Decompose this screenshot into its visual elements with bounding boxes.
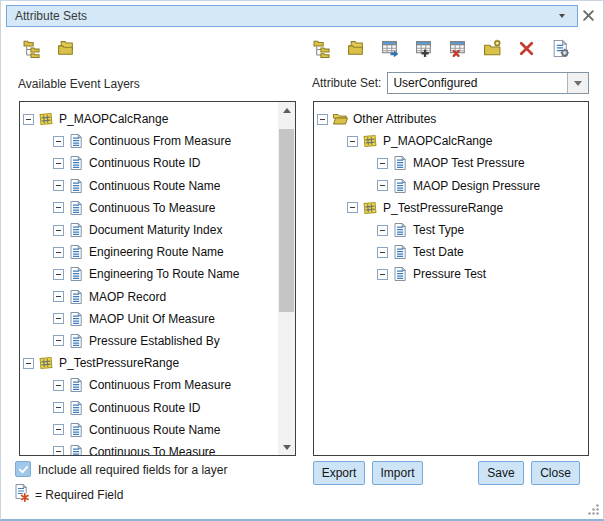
table-plus-icon — [415, 39, 434, 58]
tree-item[interactable]: Continuous Route Name — [20, 419, 278, 441]
tree-item[interactable]: MAOP Design Pressure — [314, 175, 588, 197]
tree-item[interactable]: P_TestPressureRange — [314, 197, 588, 219]
folder-gear-icon — [483, 39, 502, 58]
table-arrow-icon — [381, 39, 400, 58]
tree-item[interactable]: Test Date — [314, 241, 588, 263]
toolbar-folder-gear-button[interactable] — [482, 38, 503, 59]
field-icon — [68, 333, 84, 349]
collapse-toggle[interactable] — [53, 402, 64, 413]
tree-item[interactable]: Engineering Route Name — [20, 241, 278, 263]
tree-item[interactable]: Continuous To Measure — [20, 197, 278, 219]
toolbar-table-arrow-button[interactable] — [380, 38, 401, 59]
toolbar-red-x-button[interactable] — [516, 38, 537, 59]
attribute-sets-dialog: Attribute Sets Available Event Layers At… — [0, 0, 604, 521]
tree-item[interactable]: Pressure Test — [314, 263, 588, 285]
tree-item[interactable]: MAOP Test Pressure — [314, 152, 588, 174]
resize-grip-icon — [587, 503, 600, 516]
tree-item[interactable]: Continuous Route ID — [20, 152, 278, 174]
collapse-toggle[interactable] — [53, 247, 64, 258]
save-button[interactable]: Save — [478, 461, 524, 485]
collapse-toggle[interactable] — [377, 247, 388, 258]
tree-item[interactable]: Continuous From Measure — [20, 130, 278, 152]
collapse-toggle[interactable] — [377, 180, 388, 191]
tree-item[interactable]: Continuous From Measure — [20, 374, 278, 396]
collapse-toggle[interactable] — [53, 136, 64, 147]
toolbar-folders-open-button[interactable] — [56, 38, 77, 59]
collapse-toggle[interactable] — [377, 269, 388, 280]
available-layers-tree: P_MAOPCalcRangeContinuous From MeasureCo… — [20, 102, 278, 455]
toolbar-tree-folder-button[interactable] — [312, 38, 333, 59]
close-dialog-button[interactable]: Close — [531, 461, 580, 485]
tree-folder-icon — [23, 39, 42, 58]
resize-grip[interactable] — [587, 503, 600, 516]
attribute-set-row: Attribute Set: UserConfigured — [312, 72, 589, 94]
tree-item[interactable]: Engineering To Route Name — [20, 263, 278, 285]
tree-item[interactable]: Continuous Route ID — [20, 396, 278, 418]
collapse-toggle[interactable] — [317, 114, 328, 125]
tree-item[interactable]: Document Maturity Index — [20, 219, 278, 241]
attribute-set-value: UserConfigured — [388, 73, 567, 93]
collapse-toggle[interactable] — [377, 158, 388, 169]
tree-item[interactable]: P_MAOPCalcRange — [314, 130, 588, 152]
import-button[interactable]: Import — [372, 461, 423, 485]
collapse-toggle[interactable] — [23, 358, 34, 369]
collapse-toggle[interactable] — [53, 269, 64, 280]
toolbar-table-x-button[interactable] — [448, 38, 469, 59]
field-icon — [68, 377, 84, 393]
tree-item-label: MAOP Record — [89, 290, 166, 304]
toolbar-document-gear-button[interactable] — [550, 38, 571, 59]
include-required-label: Include all required fields for a layer — [38, 463, 227, 477]
tree-item-label: Document Maturity Index — [89, 223, 222, 237]
collapse-toggle[interactable] — [53, 225, 64, 236]
collapse-toggle[interactable] — [347, 136, 358, 147]
field-icon — [68, 155, 84, 171]
tree-item[interactable]: P_TestPressureRange — [20, 352, 278, 374]
attribute-set-tree: Other AttributesP_MAOPCalcRangeMAOP Test… — [314, 102, 588, 455]
tree-item[interactable]: Continuous Route Name — [20, 175, 278, 197]
event-layer-icon — [362, 133, 378, 149]
close-button[interactable] — [582, 9, 597, 24]
attribute-set-select[interactable]: UserConfigured — [387, 72, 589, 94]
collapse-toggle[interactable] — [377, 225, 388, 236]
titlebar-menu-button[interactable] — [555, 9, 569, 23]
scroll-down-button[interactable] — [278, 439, 295, 455]
tree-item[interactable]: MAOP Unit Of Measure — [20, 308, 278, 330]
collapse-toggle[interactable] — [53, 335, 64, 346]
field-icon — [392, 244, 408, 260]
folder-open-icon — [332, 111, 348, 127]
attribute-set-dropdown-button[interactable] — [567, 73, 588, 93]
tree-item-label: P_TestPressureRange — [383, 201, 503, 215]
scroll-up-button[interactable] — [278, 102, 295, 118]
collapse-toggle[interactable] — [53, 313, 64, 324]
collapse-toggle[interactable] — [347, 202, 358, 213]
collapse-toggle[interactable] — [53, 424, 64, 435]
toolbar-table-plus-button[interactable] — [414, 38, 435, 59]
tree-item[interactable]: Continuous To Measure — [20, 441, 278, 455]
tree-item[interactable]: Other Attributes — [314, 108, 588, 130]
collapse-toggle[interactable] — [23, 114, 34, 125]
folders-open-icon — [347, 39, 366, 58]
collapse-toggle[interactable] — [53, 291, 64, 302]
field-icon — [68, 200, 84, 216]
available-layers-panel: P_MAOPCalcRangeContinuous From MeasureCo… — [19, 101, 296, 456]
scrollbar-thumb[interactable] — [279, 129, 294, 312]
tree-item[interactable]: MAOP Record — [20, 286, 278, 308]
collapse-toggle[interactable] — [53, 180, 64, 191]
include-required-checkbox[interactable] — [15, 461, 31, 477]
tree-item-label: Continuous Route ID — [89, 156, 200, 170]
toolbar-tree-folder-button[interactable] — [22, 38, 43, 59]
scrollbar[interactable] — [278, 102, 295, 455]
collapse-toggle[interactable] — [53, 158, 64, 169]
collapse-toggle[interactable] — [53, 380, 64, 391]
export-button[interactable]: Export — [313, 461, 365, 485]
tree-item[interactable]: P_MAOPCalcRange — [20, 108, 278, 130]
collapse-toggle[interactable] — [53, 202, 64, 213]
field-icon — [392, 222, 408, 238]
required-field-legend: = Required Field — [35, 488, 123, 502]
tree-item[interactable]: Pressure Established By — [20, 330, 278, 352]
collapse-toggle[interactable] — [53, 446, 64, 455]
titlebar[interactable]: Attribute Sets — [6, 5, 578, 27]
tree-item[interactable]: Test Type — [314, 219, 588, 241]
close-icon — [582, 9, 597, 22]
toolbar-folders-open-button[interactable] — [346, 38, 367, 59]
